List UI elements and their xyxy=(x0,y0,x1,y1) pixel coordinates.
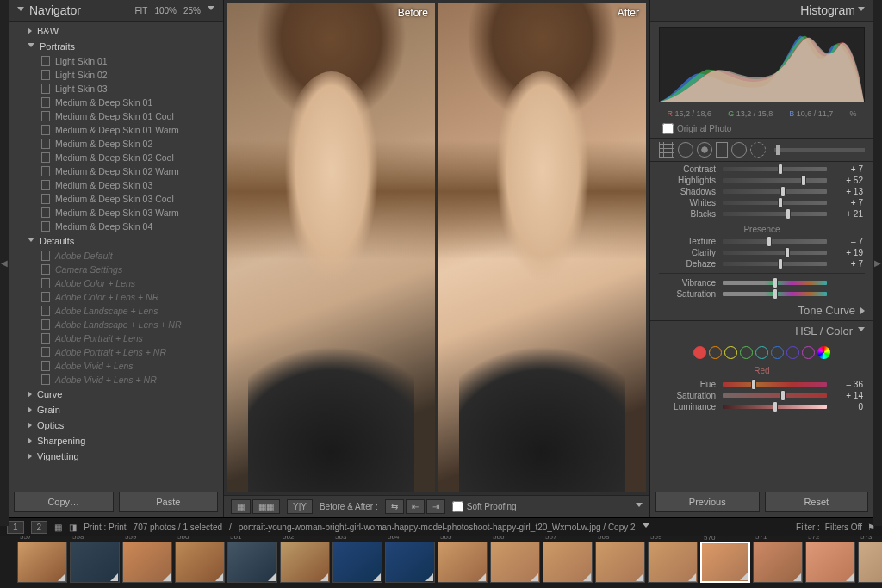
right-edge-expand[interactable]: ▶ xyxy=(873,0,882,526)
view-mode-yy[interactable]: Y|Y xyxy=(287,499,313,514)
slider-whites[interactable]: Whites+ 7 xyxy=(650,197,873,208)
soft-proofing-checkbox[interactable]: Soft Proofing xyxy=(452,501,517,512)
preset-group[interactable]: Sharpening xyxy=(9,433,223,449)
toolbar-more-icon[interactable] xyxy=(636,503,643,511)
gradient-tool-icon[interactable] xyxy=(716,142,728,158)
preset-item[interactable]: Adobe Vivid + Lens + NR xyxy=(9,373,223,387)
preset-item[interactable]: Adobe Vivid + Lens xyxy=(9,359,223,373)
filmstrip-thumb[interactable]: 572 xyxy=(805,542,855,583)
preset-item[interactable]: Adobe Color + Lens + NR xyxy=(9,290,223,304)
view-mode-compare[interactable]: ▦▦ xyxy=(252,499,280,514)
slider-shadows[interactable]: Shadows+ 13 xyxy=(650,186,873,197)
preset-group[interactable]: Defaults xyxy=(9,233,223,249)
preset-item[interactable]: Adobe Portrait + Lens xyxy=(9,331,223,345)
preset-item[interactable]: Medium & Deep Skin 03 Cool xyxy=(9,192,223,206)
reset-button[interactable]: Reset xyxy=(765,492,869,512)
zoom-levels[interactable]: FIT100%25% xyxy=(134,6,214,15)
copy-before-button[interactable]: ⇤ xyxy=(406,499,425,514)
redeye-tool-icon[interactable] xyxy=(697,142,712,158)
preset-item[interactable]: Medium & Deep Skin 01 Warm xyxy=(9,123,223,137)
color-swatch[interactable] xyxy=(771,346,784,359)
color-swatch[interactable] xyxy=(724,346,737,359)
page-1[interactable]: 1 xyxy=(7,521,24,534)
color-swatch[interactable] xyxy=(693,346,706,359)
filter-dropdown[interactable]: Filters Off xyxy=(825,523,862,532)
color-swatch[interactable] xyxy=(709,346,722,359)
filmstrip-thumb[interactable]: 573 xyxy=(858,542,882,583)
filmstrip-thumb[interactable]: 564 xyxy=(385,542,435,583)
radial-tool-icon[interactable] xyxy=(731,142,747,158)
slider-blacks[interactable]: Blacks+ 21 xyxy=(650,208,873,220)
slider-vibrance[interactable]: Vibrance xyxy=(650,277,873,288)
preset-group[interactable]: Curve xyxy=(9,387,223,402)
tone-curve-panel[interactable]: Tone Curve xyxy=(650,300,873,320)
filmstrip-thumb[interactable]: 561 xyxy=(227,542,277,583)
breadcrumb[interactable]: portrait-young-woman-bright-girl-woman-h… xyxy=(239,523,636,532)
slider-contrast[interactable]: Contrast+ 7 xyxy=(650,164,873,175)
preset-item[interactable]: Medium & Deep Skin 02 Cool xyxy=(9,151,223,164)
copy-button[interactable]: Copy… xyxy=(14,492,114,512)
filmstrip-thumb[interactable]: 570 xyxy=(700,542,750,583)
preset-item[interactable]: Medium & Deep Skin 03 Warm xyxy=(9,206,223,220)
left-edge-expand[interactable]: ◀ xyxy=(0,0,9,526)
filmstrip-thumb[interactable]: 558 xyxy=(70,542,120,583)
page-2[interactable]: 2 xyxy=(31,521,48,534)
after-image[interactable]: After xyxy=(438,3,646,492)
slider-saturation[interactable]: Saturation xyxy=(650,288,873,300)
view-mode-loupe[interactable]: ▦ xyxy=(231,499,251,514)
preset-item[interactable]: Medium & Deep Skin 04 xyxy=(9,220,223,233)
slider-highlights[interactable]: Highlights+ 52 xyxy=(650,175,873,186)
slider-clarity[interactable]: Clarity+ 19 xyxy=(650,247,873,258)
navigator-toggle-icon[interactable] xyxy=(17,7,24,15)
preset-group[interactable]: Portraits xyxy=(9,39,223,54)
preset-item[interactable]: Light Skin 01 xyxy=(9,54,223,68)
filmstrip-thumb[interactable]: 565 xyxy=(438,542,488,583)
preset-item[interactable]: Medium & Deep Skin 01 Cool xyxy=(9,109,223,123)
preset-item[interactable]: Medium & Deep Skin 02 xyxy=(9,137,223,151)
preset-group[interactable]: B&W xyxy=(9,23,223,39)
compare-view-icon[interactable]: ◨ xyxy=(69,523,77,532)
mask-amount-slider[interactable] xyxy=(774,148,865,152)
preset-item[interactable]: Medium & Deep Skin 03 xyxy=(9,178,223,192)
filmstrip-thumb[interactable]: 571 xyxy=(753,542,803,583)
hsl-panel[interactable]: HSL / Color xyxy=(650,320,873,341)
crop-tool-icon[interactable] xyxy=(659,142,674,158)
preset-item[interactable]: Light Skin 02 xyxy=(9,68,223,82)
preset-group[interactable]: Grain xyxy=(9,402,223,418)
histogram[interactable] xyxy=(659,27,865,102)
swap-button[interactable]: ⇆ xyxy=(385,499,404,514)
preset-item[interactable]: Adobe Default xyxy=(9,249,223,263)
filmstrip[interactable]: 5575585595605615625635645655665675685695… xyxy=(0,536,882,588)
color-swatch[interactable] xyxy=(740,346,753,359)
filmstrip-thumb[interactable]: 562 xyxy=(280,542,330,583)
slider-saturation[interactable]: Saturation+ 14 xyxy=(650,390,873,401)
histogram-toggle-icon[interactable] xyxy=(858,7,865,15)
preset-item[interactable]: Camera Settings xyxy=(9,263,223,276)
previous-button[interactable]: Previous xyxy=(655,492,760,512)
preset-item[interactable]: Adobe Portrait + Lens + NR xyxy=(9,345,223,359)
preset-item[interactable]: Adobe Color + Lens xyxy=(9,276,223,290)
before-image[interactable]: Before xyxy=(227,3,435,492)
slider-luminance[interactable]: Luminance0 xyxy=(650,401,873,412)
filmstrip-thumb[interactable]: 566 xyxy=(490,542,540,583)
filmstrip-thumb[interactable]: 569 xyxy=(648,542,698,583)
color-swatch[interactable] xyxy=(802,346,815,359)
preset-item[interactable]: Light Skin 03 xyxy=(9,82,223,96)
filmstrip-thumb[interactable]: 567 xyxy=(543,542,593,583)
slider-hue[interactable]: Hue– 36 xyxy=(650,379,873,390)
filmstrip-thumb[interactable]: 557 xyxy=(17,542,67,583)
preset-item[interactable]: Medium & Deep Skin 01 xyxy=(9,96,223,109)
slider-texture[interactable]: Texture– 7 xyxy=(650,236,873,247)
preset-group[interactable]: Vignetting xyxy=(9,449,223,464)
original-photo-checkbox[interactable]: Original Photo xyxy=(650,120,873,138)
color-swatch[interactable] xyxy=(755,346,768,359)
spot-tool-icon[interactable] xyxy=(678,142,693,158)
preset-item[interactable]: Medium & Deep Skin 02 Warm xyxy=(9,164,223,178)
breadcrumb-menu-icon[interactable] xyxy=(643,523,649,531)
filmstrip-thumb[interactable]: 563 xyxy=(332,542,382,583)
filmstrip-thumb[interactable]: 559 xyxy=(122,542,172,583)
filmstrip-thumb[interactable]: 560 xyxy=(175,542,225,583)
preset-group[interactable]: Optics xyxy=(9,418,223,433)
preset-item[interactable]: Adobe Landscape + Lens + NR xyxy=(9,318,223,331)
grid-view-icon[interactable]: ▦ xyxy=(54,523,62,532)
